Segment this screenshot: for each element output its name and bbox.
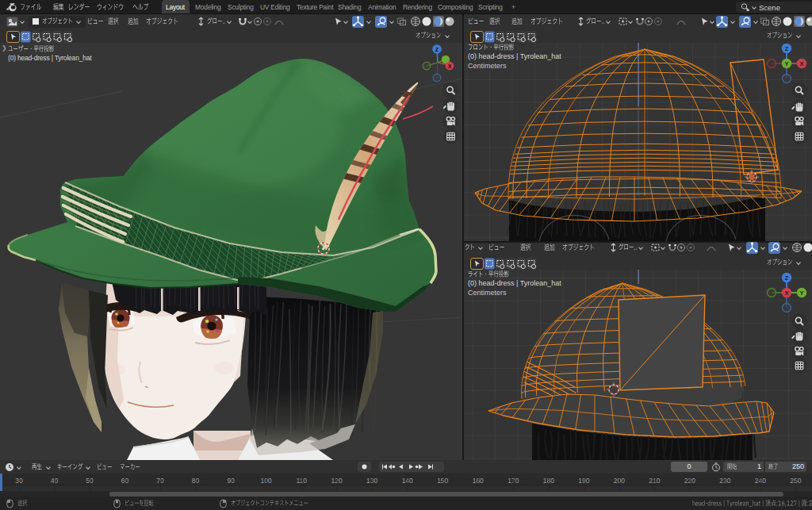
svg-text:X: X: [799, 60, 803, 67]
svg-text:Z: Z: [785, 45, 789, 52]
svg-text:Z: Z: [785, 274, 789, 282]
svg-text:X: X: [448, 63, 452, 69]
svg-text:X: X: [784, 290, 788, 297]
svg-text:Z: Z: [435, 47, 439, 52]
svg-text:Y: Y: [799, 290, 803, 297]
svg-text:Y: Y: [784, 60, 788, 67]
